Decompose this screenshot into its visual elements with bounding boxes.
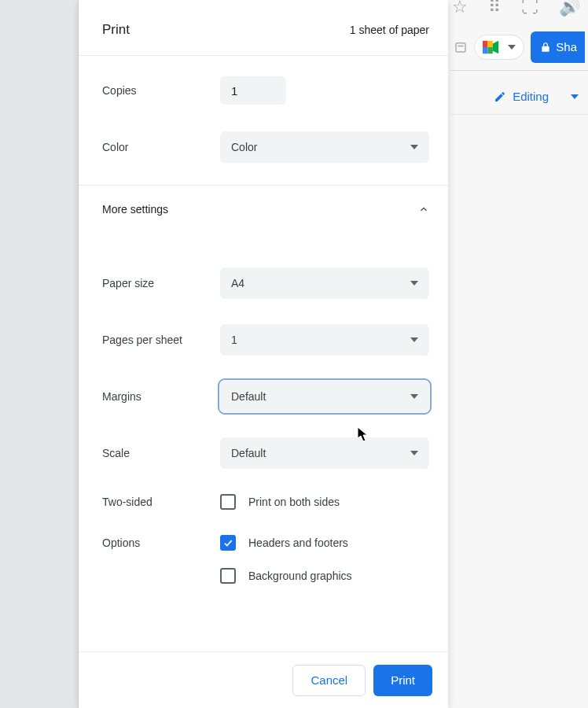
paper-size-label: Paper size (102, 277, 220, 289)
scale-label: Scale (102, 447, 220, 459)
paper-size-select[interactable]: A4 (220, 267, 429, 299)
meet-button[interactable] (474, 35, 524, 60)
fullscreen-icon[interactable]: ⛶ (521, 0, 538, 17)
editing-mode-label: Editing (513, 90, 549, 103)
chevron-down-icon (508, 45, 516, 50)
svg-rect-5 (488, 47, 493, 53)
copies-label: Copies (102, 84, 220, 97)
copies-row: Copies (79, 68, 448, 101)
pages-per-sheet-select[interactable]: 1 (220, 324, 429, 356)
docs-toolbar-right: Sha (450, 24, 588, 71)
scale-value: Default (231, 447, 266, 459)
paper-size-value: A4 (231, 277, 244, 289)
chevron-down-icon (410, 337, 418, 342)
print-button[interactable]: Print (373, 665, 432, 696)
preview-left-strip (0, 0, 79, 708)
copies-input[interactable] (220, 76, 286, 105)
star-icon[interactable]: ☆ (452, 0, 468, 17)
meet-icon (483, 40, 500, 54)
options-label: Options (102, 537, 220, 549)
options-row: Options Headers and footers (79, 535, 448, 551)
extensions-icon[interactable]: ⠿ (488, 0, 501, 17)
scroll-fade (79, 620, 448, 651)
svg-rect-3 (488, 40, 493, 46)
dialog-header: Print 1 sheet of paper (79, 0, 448, 56)
margins-value: Default (231, 390, 266, 403)
more-settings-toggle[interactable]: More settings (79, 186, 448, 233)
two-sided-row: Two-sided Print on both sides (79, 494, 448, 510)
cancel-button[interactable]: Cancel (292, 665, 366, 696)
svg-rect-4 (483, 47, 487, 53)
chevron-up-icon (418, 204, 429, 215)
pages-per-sheet-row: Pages per sheet 1 (79, 324, 448, 356)
background-graphics-label: Background graphics (248, 570, 352, 582)
svg-rect-2 (483, 40, 487, 46)
chevron-down-icon (410, 145, 418, 149)
headers-footers-checkbox[interactable] (220, 535, 236, 551)
volume-icon[interactable]: 🔊 (559, 0, 580, 17)
dialog-footer: Cancel Print (79, 651, 448, 708)
dialog-title: Print (102, 22, 130, 38)
docs-mode-row: Editing (450, 79, 588, 115)
color-label: Color (102, 141, 220, 153)
svg-rect-0 (456, 42, 465, 51)
margins-label: Margins (102, 390, 220, 403)
margins-select[interactable]: Default (220, 381, 429, 412)
options-row-2: Background graphics (79, 568, 448, 584)
share-button[interactable]: Sha (531, 31, 585, 63)
sheet-count-label: 1 sheet of paper (350, 24, 429, 36)
lock-icon (540, 42, 551, 53)
pages-per-sheet-label: Pages per sheet (102, 334, 220, 346)
more-settings-label: More settings (102, 203, 168, 216)
chevron-down-icon (410, 394, 418, 399)
print-dialog: Print 1 sheet of paper Copies Color Colo… (79, 0, 448, 708)
chevron-down-icon (571, 94, 579, 99)
scale-select[interactable]: Default (220, 437, 429, 469)
two-sided-checkbox-label: Print on both sides (248, 496, 340, 508)
share-label: Sha (556, 40, 577, 53)
two-sided-label: Two-sided (102, 496, 220, 508)
pages-per-sheet-value: 1 (231, 334, 237, 346)
calendar-icon[interactable] (454, 40, 468, 54)
svg-rect-1 (458, 45, 465, 46)
background-graphics-checkbox[interactable] (220, 568, 236, 584)
editing-mode-button[interactable]: Editing (487, 85, 585, 108)
chevron-down-icon (410, 451, 418, 455)
color-select[interactable]: Color (220, 131, 429, 163)
color-row: Color Color (79, 131, 448, 163)
headers-footers-label: Headers and footers (248, 537, 348, 549)
color-select-value: Color (231, 141, 257, 153)
pencil-icon (494, 90, 506, 103)
chevron-down-icon (410, 281, 418, 286)
two-sided-checkbox[interactable] (220, 494, 236, 510)
svg-marker-6 (493, 40, 498, 53)
scale-row: Scale Default (79, 437, 448, 469)
paper-size-row: Paper size A4 (79, 267, 448, 299)
margins-row: Margins Default (79, 381, 448, 412)
